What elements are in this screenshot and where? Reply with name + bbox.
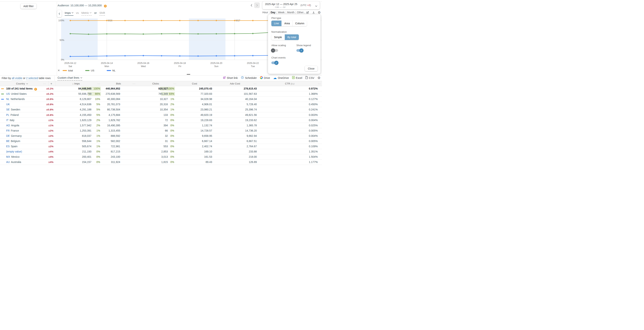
add-filter-button[interactable]: Add filter — [20, 4, 36, 9]
table-row[interactable]: FRFrance±2%1,253,3911%1,315,455660%14,72… — [0, 128, 322, 134]
data-point[interactable] — [161, 20, 162, 21]
data-point[interactable] — [124, 33, 126, 34]
column-menu-icon[interactable]: ··· — [97, 81, 100, 86]
table-row[interactable]: (empty value)±4%211,1930%817,2152,8530%1… — [0, 149, 322, 154]
country-cell[interactable]: PLPoland — [6, 112, 19, 118]
country-cell[interactable]: FRFrance — [6, 128, 19, 133]
country-cell[interactable]: NLNetherlands — [6, 96, 25, 102]
data-point[interactable] — [179, 20, 180, 21]
prev-period-button[interactable] — [249, 3, 254, 7]
granularity-option-hour[interactable]: Hour — [262, 11, 268, 14]
primary-metric-dropdown[interactable]: Imps — [65, 11, 74, 16]
country-cell[interactable]: MXMexico — [6, 154, 20, 160]
table-row[interactable]: ESSpain±2%505,6741%722,9815530%2,402.742… — [0, 144, 322, 149]
column-header-cost[interactable]: Cost — [192, 81, 197, 86]
table-row[interactable]: NLNetherlands±0.6%8,129,80710%40,300,084… — [0, 96, 322, 102]
chart-events-toggle[interactable]: ✓ — [271, 62, 278, 64]
data-point[interactable] — [161, 33, 162, 34]
legend-item-NL[interactable]: NL — [107, 69, 116, 72]
filter-all-visible-link[interactable]: all visible — [12, 76, 22, 80]
table-row[interactable]: MXMexico±4%200,4010%243,1003,0130%161.53… — [0, 154, 322, 160]
legend-item-total[interactable]: total — [62, 69, 73, 72]
compare-metric-dropdown[interactable]: Metric — [82, 11, 92, 16]
normalization-by-total[interactable]: By total — [284, 34, 299, 40]
next-period-button[interactable] — [254, 2, 260, 8]
column-header-clicks[interactable]: Clicks — [152, 81, 159, 86]
table-row[interactable]: USUnited States±0.2%55,936,79966%270,638… — [0, 92, 322, 96]
column-menu-icon[interactable]: ··· — [43, 81, 46, 86]
table-row[interactable]: DEGermany±2%818,0371%888,592320%9,658.95… — [0, 134, 322, 139]
data-point[interactable] — [252, 55, 254, 56]
data-point[interactable] — [216, 55, 217, 56]
table-row[interactable]: ITItaly±1%1,620,1292%1,829,782720%19,228… — [0, 118, 322, 123]
csv-button[interactable]: CSV — [305, 76, 314, 80]
close-settings-button[interactable]: Close — [305, 66, 318, 71]
legend-item-US[interactable]: US — [85, 69, 94, 72]
table-row[interactable]: 100 of 241 total items i±0.2%84,448,9451… — [0, 86, 322, 92]
granularity-option-day[interactable]: Day — [270, 11, 276, 14]
granularity-option-week[interactable]: Week — [278, 11, 284, 14]
country-cell[interactable]: ESSpain — [6, 144, 18, 149]
plot-type-column[interactable]: Column — [292, 20, 307, 26]
data-point[interactable] — [88, 34, 89, 35]
country-cell[interactable]: 100 of 241 total items i — [6, 86, 37, 91]
data-point[interactable] — [88, 56, 89, 57]
normalization-simple[interactable]: Simple — [271, 34, 284, 40]
excel-button[interactable]: Excel — [292, 76, 302, 80]
show-legend-toggle[interactable]: ✓ — [296, 49, 303, 52]
plot-type-line[interactable]: Line — [271, 20, 282, 26]
table-row[interactable]: AOAngola±1%1,577,9422%16,490,3953940%1,1… — [0, 123, 322, 128]
column-header-ctr[interactable]: CTR f(x) — [285, 81, 294, 86]
data-point[interactable] — [142, 34, 144, 35]
series-line-US[interactable] — [70, 32, 271, 34]
granularity-option-month[interactable]: Month — [287, 11, 294, 14]
data-point[interactable] — [198, 20, 199, 21]
data-point[interactable] — [124, 20, 126, 21]
country-cell[interactable]: AOAngola — [6, 123, 19, 128]
data-point[interactable] — [234, 33, 235, 34]
column-header-country[interactable]: Country — [16, 81, 28, 86]
data-point[interactable] — [198, 55, 199, 56]
data-point[interactable] — [124, 55, 126, 56]
scheduler-button[interactable]: Scheduler — [241, 76, 257, 80]
table-settings-gear-icon[interactable]: ⚙ — [318, 76, 320, 80]
plot-type-area[interactable]: Area — [282, 20, 292, 26]
chart-back-button[interactable] — [57, 10, 62, 17]
data-point[interactable] — [179, 55, 180, 56]
date-range-picker[interactable]: 2025 Apr 12 — 2025 Apr 25 -14d — -1d (UT… — [262, 2, 320, 9]
column-menu-icon[interactable]: ··· — [209, 81, 212, 86]
data-point[interactable] — [252, 20, 254, 21]
country-cell[interactable]: UK — [6, 102, 10, 107]
data-point[interactable] — [106, 55, 108, 56]
data-point[interactable] — [234, 20, 235, 21]
data-point[interactable] — [70, 33, 71, 34]
country-cell[interactable]: AUAustralia — [6, 160, 21, 165]
series-line-NL[interactable] — [70, 55, 271, 56]
column-header-adv-cost[interactable]: Adv Cost — [230, 81, 240, 86]
chart-settings-gear-icon[interactable]: ⚙ — [317, 11, 321, 14]
table-row[interactable]: PLPoland±0.8%4,155,4505%4,175,6841330%49… — [0, 112, 322, 118]
legend-close-icon[interactable]: ✕ — [58, 69, 60, 72]
add-column-button[interactable]: + — [50, 81, 52, 86]
data-point[interactable] — [234, 55, 235, 56]
table-row[interactable]: AUAustralia±4%154,1570%311,9241,8150%89.… — [0, 160, 322, 165]
column-menu-icon[interactable]: ··· — [174, 81, 176, 86]
short-link-button[interactable]: Short link — [223, 76, 238, 80]
data-point[interactable] — [216, 33, 217, 34]
data-point[interactable] — [161, 55, 162, 56]
table-row[interactable]: SESweden±0.8%4,291,1885%80,738,50410,354… — [0, 107, 322, 112]
custom-chart-lines-dropdown[interactable]: Custom chart lines — [58, 76, 82, 80]
country-cell[interactable]: (empty value) — [6, 149, 22, 154]
column-header-imps[interactable]: ↓ Imps — [72, 81, 80, 86]
data-point[interactable] — [70, 56, 71, 57]
country-cell[interactable]: DEGermany — [6, 134, 22, 138]
data-point[interactable] — [252, 33, 254, 34]
country-cell[interactable]: USUnited States — [6, 92, 27, 96]
download-icon[interactable] — [312, 11, 316, 14]
column-menu-icon[interactable]: ··· — [132, 81, 136, 86]
column-header-bids[interactable]: Bids — [116, 81, 121, 86]
country-cell[interactable]: SESweden — [6, 107, 20, 112]
drive-button[interactable]: Drive — [260, 76, 270, 80]
column-menu-icon[interactable]: ··· — [318, 81, 321, 86]
table-row[interactable]: UK±0.8%4,514,6365%20,781,07320,3162%4,90… — [0, 102, 322, 107]
